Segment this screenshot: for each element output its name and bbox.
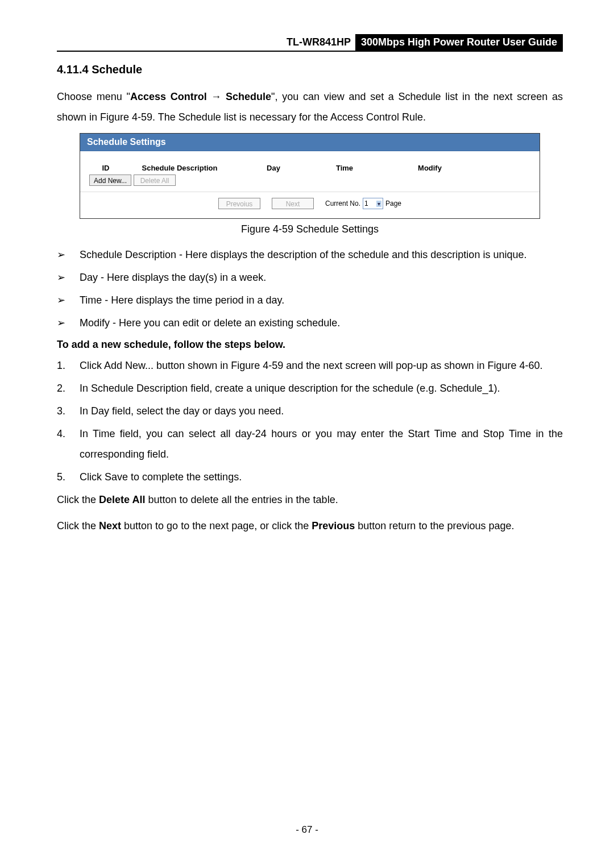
guide-label: 300Mbps High Power Router User Guide xyxy=(355,34,563,51)
table-header: ID Schedule Description Day Time Modify xyxy=(88,164,532,172)
col-time: Time xyxy=(308,164,381,172)
step-number: 5. xyxy=(57,467,80,487)
step-pre: In xyxy=(80,405,91,417)
step-post: button shown in Figure 4-59 and the next… xyxy=(154,360,542,371)
bullet-item: ➢ Time - Here displays the time period i… xyxy=(57,290,563,310)
section-title: 4.11.4 Schedule xyxy=(57,63,563,76)
step-item: 4. In Time field, you can select all day… xyxy=(57,423,563,464)
doc-header: TL-WR841HP 300Mbps High Power Router Use… xyxy=(57,34,563,52)
tail-b: Next xyxy=(99,520,121,531)
step-pre: In xyxy=(80,383,91,394)
figure-caption: Figure 4-59 Schedule Settings xyxy=(57,223,563,235)
step-number: 2. xyxy=(57,378,80,398)
tail-pre: Click the xyxy=(57,494,99,505)
col-modify: Modify xyxy=(381,164,478,172)
delete-all-button[interactable]: Delete All xyxy=(134,175,176,186)
intro-b2: Schedule xyxy=(226,91,271,102)
tail-p1: Click the Delete All button to delete al… xyxy=(57,489,563,510)
tail-mid: button to go to the next page, or click … xyxy=(121,520,312,531)
bullet-marker: ➢ xyxy=(57,290,80,310)
col-day: Day xyxy=(239,164,308,172)
tail-post: button to delete all the entries in the … xyxy=(145,494,338,505)
tail-pre: Click the xyxy=(57,520,99,531)
step-item: 1. Click Add New... button shown in Figu… xyxy=(57,355,563,376)
add-new-button[interactable]: Add New... xyxy=(89,175,131,186)
step-item: 3. In Day field, select the day or days … xyxy=(57,401,563,421)
intro-b1: Access Control xyxy=(130,91,207,102)
model-label: TL-WR841HP xyxy=(282,34,355,51)
panel-title: Schedule Settings xyxy=(80,134,540,151)
bullet-b: Modify - xyxy=(80,317,119,329)
step-post: to complete the settings. xyxy=(128,471,242,483)
step-number: 4. xyxy=(57,423,80,464)
col-desc: Schedule Description xyxy=(120,164,239,172)
panel-body: ID Schedule Description Day Time Modify … xyxy=(80,151,540,218)
bullet-b: Time - xyxy=(80,294,111,306)
pager-row: Prevoius Next Current No. 1 ▾ Page xyxy=(88,192,532,214)
next-button[interactable]: Next xyxy=(272,198,314,209)
step-b: Time xyxy=(93,428,115,439)
table-buttons: Add New... Delete All xyxy=(88,175,532,186)
step-b: Schedule Description xyxy=(91,383,188,394)
ordered-steps: 1. Click Add New... button shown in Figu… xyxy=(57,355,563,487)
bullet-t: Here displays the day(s) in a week. xyxy=(107,272,266,283)
step-b: Day xyxy=(91,405,109,417)
step-b: Add New... xyxy=(104,360,154,371)
step-pre: Click xyxy=(80,471,105,483)
step-number: 1. xyxy=(57,355,80,376)
bullet-b: Schedule Description - xyxy=(80,249,185,260)
step-b: Save xyxy=(105,471,128,483)
bullet-marker: ➢ xyxy=(57,244,80,265)
bullet-t: Here displays the time period in a day. xyxy=(111,294,284,306)
col-id: ID xyxy=(88,164,120,172)
intro-arrow: → xyxy=(211,91,221,102)
step-item: 5. Click Save to complete the settings. xyxy=(57,467,563,487)
bullet-t: Here you can edit or delete an existing … xyxy=(119,317,340,329)
bullet-item: ➢ Schedule Description - Here displays t… xyxy=(57,244,563,265)
page-label: Page xyxy=(385,200,401,207)
bullet-marker: ➢ xyxy=(57,313,80,333)
page-value: 1 xyxy=(364,200,368,207)
intro-pre: Choose menu " xyxy=(57,91,130,102)
step-post: field, you can select all day-24 hours o… xyxy=(80,428,563,460)
current-no-label: Current No. xyxy=(325,200,360,207)
bullet-b: Day - xyxy=(80,272,107,283)
tail-p2: Click the Next button to go to the next … xyxy=(57,516,563,536)
screenshot: Schedule Settings ID Schedule Descriptio… xyxy=(80,133,540,219)
previous-button[interactable]: Prevoius xyxy=(218,198,260,209)
bullet-list: ➢ Schedule Description - Here displays t… xyxy=(57,244,563,333)
step-number: 3. xyxy=(57,401,80,421)
bullet-marker: ➢ xyxy=(57,267,80,288)
step-post: field, select the day or days you need. xyxy=(109,405,284,417)
page-select[interactable]: 1 ▾ xyxy=(363,198,383,209)
page-number: - 67 - xyxy=(0,824,614,836)
step-post: field, create a unique description for t… xyxy=(188,383,500,394)
intro-paragraph: Choose menu "Access Control → Schedule",… xyxy=(57,86,563,127)
bullet-item: ➢ Modify - Here you can edit or delete a… xyxy=(57,313,563,333)
bullet-t: Here displays the description of the sch… xyxy=(185,249,526,260)
step-item: 2. In Schedule Description field, create… xyxy=(57,378,563,398)
tail-b: Previous xyxy=(312,520,355,531)
pager-text: Current No. 1 ▾ Page xyxy=(325,198,401,209)
chevron-down-icon: ▾ xyxy=(376,201,381,207)
tail-post: button return to the previous page. xyxy=(355,520,514,531)
step-pre: Click xyxy=(80,360,104,371)
step-pre: In xyxy=(80,428,93,439)
bullet-item: ➢ Day - Here displays the day(s) in a we… xyxy=(57,267,563,288)
steps-heading: To add a new schedule, follow the steps … xyxy=(57,339,563,351)
tail-b: Delete All xyxy=(99,494,145,505)
